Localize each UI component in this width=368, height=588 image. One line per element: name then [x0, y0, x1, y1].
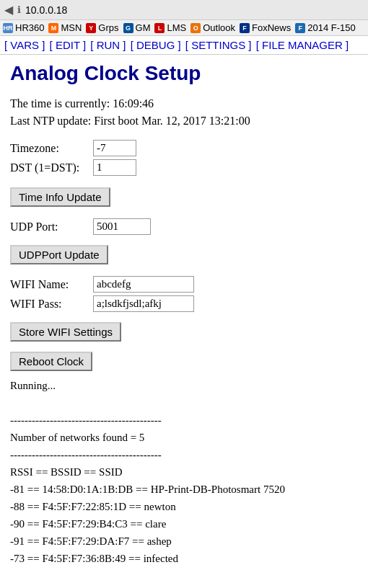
f150-icon: F — [295, 23, 305, 33]
hr360-icon: HR — [3, 23, 13, 33]
store-wifi-settings-button[interactable]: Store WIFI Settings — [10, 322, 121, 342]
wifi-pass-label: WIFI Pass: — [10, 298, 93, 311]
udpport-btn-wrap: UDPPort Update — [10, 241, 358, 270]
reboot-btn-wrap: Reboot Clock — [10, 347, 358, 377]
nav-debug[interactable]: [ DEBUG ] — [131, 39, 181, 51]
bookmark-grps[interactable]: Y Grps — [86, 22, 118, 33]
page-title: Analog Clock Setup — [10, 62, 358, 85]
nav-settings[interactable]: [ SETTINGS ] — [185, 39, 252, 51]
dst-input[interactable] — [93, 159, 136, 176]
dst-row: DST (1=DST): — [10, 159, 358, 176]
grps-icon: Y — [86, 23, 96, 33]
nav-file-manager[interactable]: [ FILE MANAGER ] — [256, 39, 349, 51]
page-content: Analog Clock Setup The time is currently… — [0, 55, 368, 574]
browser-bar: ◀ ℹ 10.0.0.18 — [0, 0, 368, 20]
gm-icon: G — [123, 23, 133, 33]
bookmark-lms[interactable]: L LMS — [154, 22, 186, 33]
nav-run[interactable]: [ RUN ] — [90, 39, 126, 51]
wifi-name-input[interactable] — [93, 276, 194, 293]
timezone-section: Timezone: DST (1=DST): — [10, 140, 358, 176]
reboot-clock-button[interactable]: Reboot Clock — [10, 352, 92, 371]
bookmark-foxnews-label: FoxNews — [252, 22, 291, 33]
nav-edit[interactable]: [ EDIT ] — [50, 39, 87, 51]
ntp-update-line: Last NTP update: First boot Mar. 12, 201… — [10, 112, 358, 130]
wifi-section: WIFI Name: WIFI Pass: — [10, 276, 358, 312]
bookmark-f150[interactable]: F 2014 F-150 — [295, 22, 356, 33]
bookmark-outlook-label: Outlook — [203, 22, 235, 33]
foxnews-icon: F — [240, 23, 250, 33]
timezone-label: Timezone: — [10, 142, 93, 155]
dst-label: DST (1=DST): — [10, 161, 93, 174]
bookmark-foxnews[interactable]: F FoxNews — [240, 22, 291, 33]
wifi-pass-row: WIFI Pass: — [10, 295, 358, 312]
udpport-update-button[interactable]: UDPPort Update — [10, 245, 108, 264]
wifi-name-row: WIFI Name: — [10, 276, 358, 293]
time-info-update-button[interactable]: Time Info Update — [10, 187, 110, 207]
nav-bar: [ VARS ] [ EDIT ] [ RUN ] [ DEBUG ] [ SE… — [0, 36, 368, 55]
back-button[interactable]: ◀ — [4, 3, 13, 17]
bookmark-msn[interactable]: M MSN — [48, 22, 82, 33]
bookmarks-bar: HR HR360 M MSN Y Grps G GM L LMS O Outlo… — [0, 20, 368, 36]
udp-label: UDP Port: — [10, 220, 93, 233]
output-text: Running... -----------------------------… — [10, 377, 358, 567]
outlook-icon: O — [190, 23, 201, 33]
wifi-pass-input[interactable] — [93, 295, 194, 312]
bookmark-gm[interactable]: G GM — [123, 22, 151, 33]
bookmark-hr360-label: HR360 — [15, 22, 44, 33]
timezone-row: Timezone: — [10, 140, 358, 156]
time-info: The time is currently: 16:09:46 Last NTP… — [10, 95, 358, 130]
info-icon: ℹ — [17, 4, 21, 16]
time-update-btn-wrap: Time Info Update — [10, 183, 358, 213]
bookmark-gm-label: GM — [136, 22, 151, 33]
udp-section: UDP Port: — [10, 218, 358, 235]
store-wifi-btn-wrap: Store WIFI Settings — [10, 318, 358, 347]
bookmark-lms-label: LMS — [167, 22, 186, 33]
msn-icon: M — [48, 23, 58, 33]
url-display: 10.0.0.18 — [25, 4, 67, 16]
timezone-input[interactable] — [93, 140, 136, 156]
bookmark-hr360[interactable]: HR HR360 — [3, 22, 44, 33]
wifi-name-label: WIFI Name: — [10, 278, 93, 291]
nav-vars[interactable]: [ VARS ] — [4, 39, 45, 51]
udp-port-input[interactable] — [93, 218, 151, 235]
bookmark-msn-label: MSN — [61, 22, 82, 33]
lms-icon: L — [154, 23, 165, 33]
udp-row: UDP Port: — [10, 218, 358, 235]
current-time-line: The time is currently: 16:09:46 — [10, 95, 358, 112]
bookmark-grps-label: Grps — [98, 22, 118, 33]
bookmark-f150-label: 2014 F-150 — [307, 22, 356, 33]
bookmark-outlook[interactable]: O Outlook — [190, 22, 235, 33]
